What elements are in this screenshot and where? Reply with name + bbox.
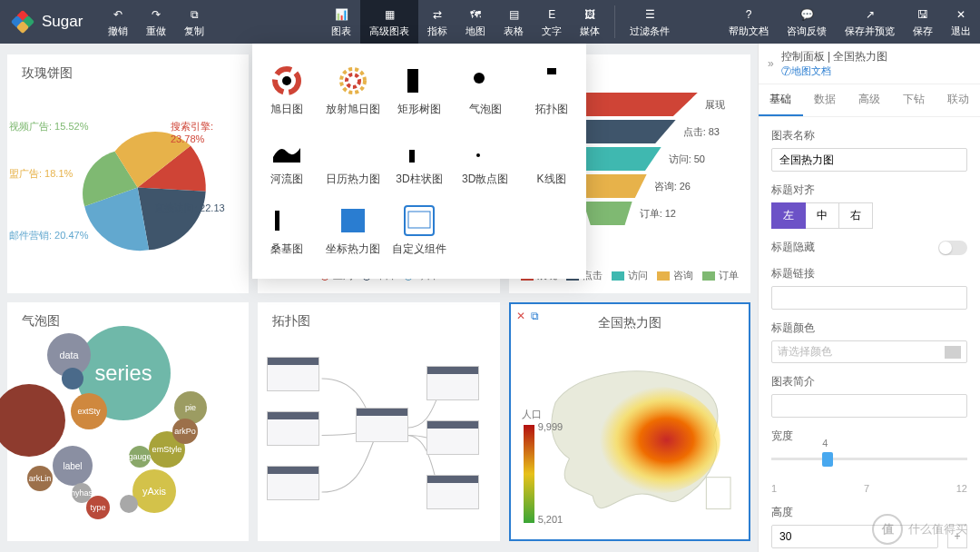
card-topology[interactable]: 拓扑图 xyxy=(258,302,499,541)
toolbar-exit[interactable]: ✕退出 xyxy=(942,0,980,44)
bubble: label xyxy=(53,446,93,486)
tab-数据[interactable]: 数据 xyxy=(803,84,848,116)
right-panel: » 控制面板 | 全国热力图 ⑦地图文档 基础数据高级下钻联动 图表名称 标题对… xyxy=(758,44,980,552)
svg-point-2 xyxy=(341,69,365,93)
chart-type-rsunburst[interactable]: 放射旭日图 xyxy=(320,56,387,126)
tab-下钻[interactable]: 下钻 xyxy=(891,84,936,116)
chart-type-dropdown: 旭日图放射旭日图矩形树图气泡图拓扑图河流图日历热力图3D柱状图3D散点图K线图桑… xyxy=(252,44,586,279)
pie-label: 搜索引擎: 23.78% xyxy=(171,120,241,144)
heat-gradient xyxy=(524,425,534,523)
chart-name-input[interactable] xyxy=(771,148,967,172)
toolbar-metric[interactable]: ⇄指标 xyxy=(418,0,456,44)
brand: Sugar xyxy=(0,0,99,44)
svg-point-3 xyxy=(347,74,359,87)
toolbar-advchart[interactable]: ▦高级图表 xyxy=(360,0,418,44)
legend-title: 人口 xyxy=(522,408,542,421)
bubble: type xyxy=(86,496,110,519)
svg-rect-19 xyxy=(409,150,415,163)
bubble: gauge xyxy=(129,446,151,468)
3dscatter-icon xyxy=(470,135,501,166)
chart-type-sankey[interactable]: 桑基图 xyxy=(254,196,320,266)
toolbar-save[interactable]: 🖫保存 xyxy=(904,0,942,44)
align-中[interactable]: 中 xyxy=(806,202,839,229)
card-china-heatmap[interactable]: ✕ ⧉ 全国热力图 人口 9,999 xyxy=(509,302,750,541)
chart-type-calendar[interactable]: 日历热力图 xyxy=(320,126,387,196)
hide-title-switch[interactable] xyxy=(938,241,967,255)
filter-icon: ☰ xyxy=(642,6,658,23)
toolbar-chart[interactable]: 📊图表 xyxy=(322,0,360,44)
tab-高级[interactable]: 高级 xyxy=(848,84,892,116)
toolbar-media[interactable]: 🖼媒体 xyxy=(571,0,609,44)
svg-rect-35 xyxy=(408,212,430,228)
chart-type-3dbar[interactable]: 3D柱状图 xyxy=(387,126,453,196)
sunburst-icon xyxy=(271,65,302,96)
title-link-input[interactable] xyxy=(771,286,967,310)
config-tabs: 基础数据高级下钻联动 xyxy=(759,84,980,117)
toolbar-feedback[interactable]: 💬咨询反馈 xyxy=(778,0,836,44)
toolbar-copy[interactable]: ⧉复制 xyxy=(175,0,213,44)
card-title: 全国热力图 xyxy=(511,304,749,339)
field-label: 标题颜色 xyxy=(771,320,967,336)
card-title: 玫瑰饼图 xyxy=(7,54,249,89)
svg-rect-30 xyxy=(275,211,279,231)
chart-icon: 📊 xyxy=(333,6,349,23)
legend-min: 5,201 xyxy=(538,514,564,525)
svg-rect-11 xyxy=(547,68,556,74)
advchart-icon: ▦ xyxy=(381,6,397,23)
text-icon: E xyxy=(544,6,560,23)
toolbar-table[interactable]: ▤表格 xyxy=(495,0,533,44)
bubble: arkLin xyxy=(27,466,53,491)
chart-desc-input[interactable] xyxy=(771,394,967,418)
chart-type-kline[interactable]: K线图 xyxy=(518,126,584,196)
field-label: 标题链接 xyxy=(771,266,967,281)
chart-type-custom[interactable]: 自定义组件 xyxy=(387,196,453,266)
field-label: 标题隐藏 xyxy=(771,240,815,255)
duplicate-icon[interactable]: ⧉ xyxy=(531,310,539,322)
chart-type-treemap[interactable]: 矩形树图 xyxy=(387,56,453,126)
svg-rect-4 xyxy=(407,69,418,93)
toolbar-text[interactable]: E文字 xyxy=(533,0,571,44)
chart-type-sunburst[interactable]: 旭日图 xyxy=(254,56,320,126)
savepre-icon: ↗ xyxy=(862,6,878,23)
card-title: 拓扑图 xyxy=(258,302,499,337)
field-label: 图表名称 xyxy=(771,128,967,143)
rsunburst-icon xyxy=(338,65,368,96)
bubble-icon xyxy=(470,65,501,96)
toolbar-map[interactable]: 🗺地图 xyxy=(456,0,495,44)
toolbar-redo[interactable]: ↷重做 xyxy=(137,0,175,44)
help-link[interactable]: ⑦地图文档 xyxy=(781,64,971,78)
tab-联动[interactable]: 联动 xyxy=(936,84,980,116)
card-rose-pie[interactable]: 玫瑰饼图 搜索引擎: 23.78%视频广告: 15.52%盟广告: 18.1%直… xyxy=(7,54,249,293)
chart-type-3dscatter[interactable]: 3D散点图 xyxy=(452,126,518,196)
tab-基础[interactable]: 基础 xyxy=(759,84,803,116)
pie-label: 直接访问: 22.13 xyxy=(154,202,225,215)
width-slider[interactable]: 4 xyxy=(771,448,967,468)
sankey-icon xyxy=(271,205,302,236)
svg-rect-14 xyxy=(340,141,366,161)
bubble xyxy=(0,384,65,457)
funnel-row: 订单: 12 xyxy=(583,200,676,227)
field-label: 标题对齐 xyxy=(771,182,967,198)
legend-max: 9,999 xyxy=(538,421,564,432)
toolbar-help[interactable]: ?帮助文档 xyxy=(720,0,778,44)
pie-label: 邮件营销: 20.47% xyxy=(9,229,88,242)
close-icon[interactable]: ✕ xyxy=(516,310,525,322)
card-bubble[interactable]: 气泡图 seriesdatapieextStyyAxislabelemStyle… xyxy=(7,302,249,541)
chart-type-topo[interactable]: 拓扑图 xyxy=(518,56,584,126)
chart-type-bubble[interactable]: 气泡图 xyxy=(452,56,518,126)
treemap-icon xyxy=(404,65,435,96)
pie-label: 盟广告: 18.1% xyxy=(9,167,73,181)
chart-type-heatxy[interactable]: 坐标热力图 xyxy=(320,196,387,266)
undo-icon: ↶ xyxy=(110,6,126,23)
toolbar-filter[interactable]: ☰过滤条件 xyxy=(621,0,679,44)
collapse-icon[interactable]: » xyxy=(768,57,774,70)
chart-type-river[interactable]: 河流图 xyxy=(254,126,320,196)
align-左[interactable]: 左 xyxy=(771,202,806,229)
pie-label: 视频广告: 15.52% xyxy=(9,120,88,133)
svg-point-39 xyxy=(586,386,720,494)
topo-icon xyxy=(536,65,567,96)
align-右[interactable]: 右 xyxy=(839,202,873,229)
toolbar-undo[interactable]: ↶撤销 xyxy=(99,0,137,44)
toolbar-savepre[interactable]: ↗保存并预览 xyxy=(836,0,904,44)
title-color-picker[interactable]: 请选择颜色 xyxy=(771,340,967,363)
